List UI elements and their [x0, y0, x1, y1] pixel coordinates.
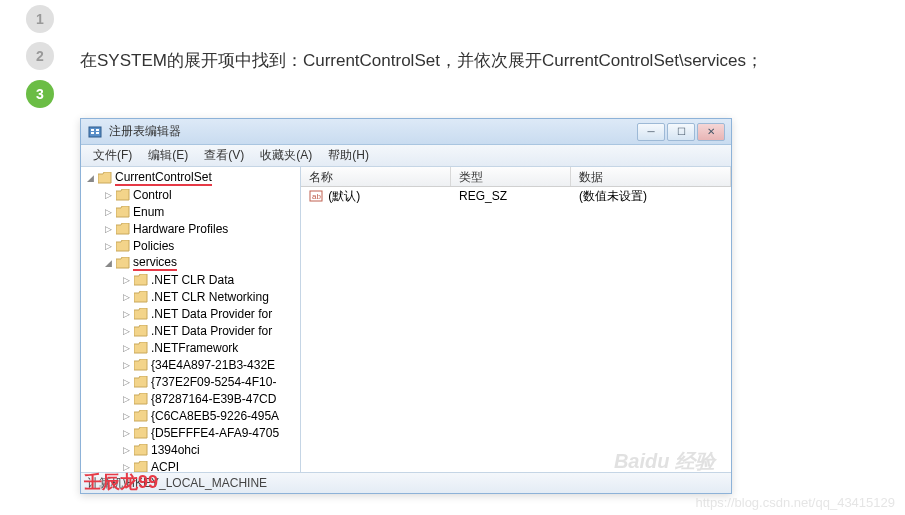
expand-icon[interactable]: ▷: [121, 393, 132, 404]
titlebar: 注册表编辑器 ─ ☐ ✕: [81, 119, 731, 145]
tree-item-enum[interactable]: ▷Enum: [81, 203, 300, 220]
list-panel: 名称 类型 数据 ab (默认) REG_SZ (数值未设置): [301, 167, 731, 472]
tree-item-policies[interactable]: ▷Policies: [81, 237, 300, 254]
tree-root[interactable]: ◢ CurrentControlSet: [81, 169, 300, 186]
col-type[interactable]: 类型: [451, 167, 571, 186]
svg-text:ab: ab: [312, 192, 321, 201]
tree-label: .NET Data Provider for: [151, 307, 272, 321]
watermark-url: https://blog.csdn.net/qq_43415129: [696, 495, 896, 510]
folder-icon: [116, 257, 130, 269]
expand-icon[interactable]: ▷: [121, 410, 132, 421]
tree-item[interactable]: ▷.NETFramework: [81, 339, 300, 356]
svg-rect-4: [96, 132, 99, 134]
app-icon: [87, 124, 103, 140]
tree-label: Policies: [133, 239, 174, 253]
expand-icon[interactable]: ▷: [121, 444, 132, 455]
close-button[interactable]: ✕: [697, 123, 725, 141]
list-header: 名称 类型 数据: [301, 167, 731, 187]
cell-type: REG_SZ: [451, 189, 571, 203]
svg-rect-3: [96, 129, 99, 131]
col-data[interactable]: 数据: [571, 167, 731, 186]
svg-rect-2: [91, 132, 94, 134]
tree-item[interactable]: ▷.NET Data Provider for: [81, 322, 300, 339]
folder-icon: [134, 444, 148, 456]
watermark-author: 壬辰龙99: [84, 470, 158, 494]
tree-item[interactable]: ▷{D5EFFFE4-AFA9-4705: [81, 424, 300, 441]
tree-label: .NET CLR Networking: [151, 290, 269, 304]
tree-label: {C6CA8EB5-9226-495A: [151, 409, 279, 423]
expand-icon[interactable]: ▷: [103, 189, 114, 200]
svg-rect-1: [91, 129, 94, 131]
tree-root-label: CurrentControlSet: [115, 170, 212, 186]
folder-icon: [134, 325, 148, 337]
tree-label: {87287164-E39B-47CD: [151, 392, 276, 406]
tree-label: {737E2F09-5254-4F10-: [151, 375, 276, 389]
menu-view[interactable]: 查看(V): [196, 145, 252, 166]
statusbar: 计算机\HKEY_LOCAL_MACHINE: [81, 472, 731, 493]
tree-label: {34E4A897-21B3-432E: [151, 358, 275, 372]
watermark-baidu: Baidu 经验: [614, 448, 715, 475]
tree-item-hardware-profiles[interactable]: ▷Hardware Profiles: [81, 220, 300, 237]
tree-label: {D5EFFFE4-AFA9-4705: [151, 426, 279, 440]
folder-icon: [116, 223, 130, 235]
tree-item[interactable]: ▷{C6CA8EB5-9226-495A: [81, 407, 300, 424]
cell-data: (数值未设置): [571, 188, 731, 205]
window-title: 注册表编辑器: [109, 123, 637, 140]
step-badge-2: 2: [26, 42, 54, 70]
step-badge-3: 3: [26, 80, 54, 108]
list-row[interactable]: ab (默认) REG_SZ (数值未设置): [301, 187, 731, 205]
tree-item[interactable]: ▷.NET Data Provider for: [81, 305, 300, 322]
expand-icon[interactable]: ▷: [121, 376, 132, 387]
tree-item[interactable]: ▷.NET CLR Data: [81, 271, 300, 288]
expand-icon[interactable]: ◢: [103, 257, 114, 268]
tree-panel: ◢ CurrentControlSet ▷Control▷Enum▷Hardwa…: [81, 167, 301, 472]
folder-icon: [116, 189, 130, 201]
expand-icon[interactable]: ▷: [121, 427, 132, 438]
tree-item[interactable]: ▷1394ohci: [81, 441, 300, 458]
cell-name-text: (默认): [328, 189, 360, 203]
tree-label: Hardware Profiles: [133, 222, 228, 236]
expand-icon[interactable]: ▷: [103, 223, 114, 234]
tree-label: 1394ohci: [151, 443, 200, 457]
folder-icon: [134, 427, 148, 439]
tree-item-services[interactable]: ◢services: [81, 254, 300, 271]
expand-icon[interactable]: ▷: [121, 325, 132, 336]
tree-label: services: [133, 255, 177, 271]
instruction-text: 在SYSTEM的展开项中找到：CurrentControlSet，并依次展开Cu…: [80, 42, 880, 80]
expand-icon[interactable]: ▷: [121, 274, 132, 285]
expand-icon[interactable]: ▷: [121, 342, 132, 353]
tree-item[interactable]: ▷{737E2F09-5254-4F10-: [81, 373, 300, 390]
folder-icon: [134, 291, 148, 303]
menubar: 文件(F) 编辑(E) 查看(V) 收藏夹(A) 帮助(H): [81, 145, 731, 167]
col-name[interactable]: 名称: [301, 167, 451, 186]
svg-rect-0: [89, 127, 101, 137]
menu-help[interactable]: 帮助(H): [320, 145, 377, 166]
expand-icon[interactable]: ▷: [103, 240, 114, 251]
collapse-icon[interactable]: ◢: [85, 172, 96, 183]
registry-editor-window: 注册表编辑器 ─ ☐ ✕ 文件(F) 编辑(E) 查看(V) 收藏夹(A) 帮助…: [80, 118, 732, 494]
step-badge-1: 1: [26, 5, 54, 33]
folder-icon: [134, 274, 148, 286]
tree-item[interactable]: ▷.NET CLR Networking: [81, 288, 300, 305]
tree-item-control[interactable]: ▷Control: [81, 186, 300, 203]
tree-label: .NET Data Provider for: [151, 324, 272, 338]
tree-item[interactable]: ▷{34E4A897-21B3-432E: [81, 356, 300, 373]
expand-icon[interactable]: ▷: [121, 359, 132, 370]
folder-icon: [134, 410, 148, 422]
folder-icon: [134, 393, 148, 405]
expand-icon[interactable]: ▷: [121, 291, 132, 302]
expand-icon[interactable]: ▷: [103, 206, 114, 217]
menu-file[interactable]: 文件(F): [85, 145, 140, 166]
folder-icon: [134, 359, 148, 371]
expand-icon[interactable]: ▷: [121, 308, 132, 319]
minimize-button[interactable]: ─: [637, 123, 665, 141]
folder-icon: [134, 376, 148, 388]
tree-item[interactable]: ▷{87287164-E39B-47CD: [81, 390, 300, 407]
window-controls: ─ ☐ ✕: [637, 123, 725, 141]
menu-edit[interactable]: 编辑(E): [140, 145, 196, 166]
maximize-button[interactable]: ☐: [667, 123, 695, 141]
menu-favorites[interactable]: 收藏夹(A): [252, 145, 320, 166]
string-value-icon: ab: [309, 189, 323, 203]
folder-icon: [134, 308, 148, 320]
tree-label: .NET CLR Data: [151, 273, 234, 287]
